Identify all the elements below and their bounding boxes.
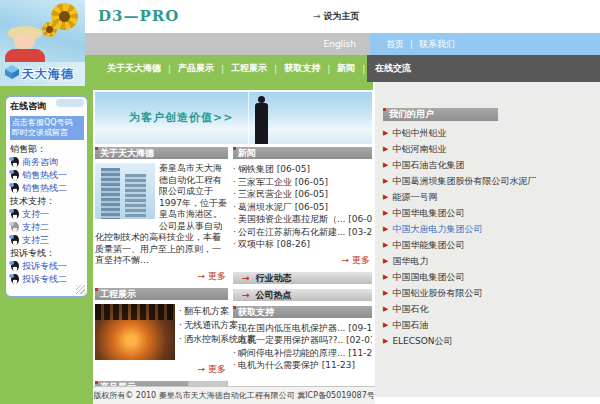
set-home-link[interactable]: →设为主页 — [313, 10, 360, 23]
qq-contact-label: 支持一 — [22, 208, 49, 221]
consult-notice-line1: 点击客服QQ号码 — [12, 118, 82, 128]
news-item-date: [06-05] — [295, 189, 328, 199]
qq-contact[interactable]: 商务咨询 — [10, 156, 84, 169]
news-more-link[interactable]: →更多 — [233, 254, 370, 267]
section-header-support: 获取支持 — [233, 306, 372, 318]
qq-penguin-icon — [10, 170, 20, 181]
bullet-icon: · — [233, 323, 236, 333]
nav-item-projects[interactable]: 工程展示 — [231, 62, 267, 75]
user-list-label: 中国国电集团公司 — [392, 272, 464, 283]
user-list-item[interactable]: ▶中国石化 — [383, 304, 588, 315]
consult-group-label: 投诉专线： — [10, 247, 84, 260]
bullet-icon: · — [233, 360, 236, 370]
news-item[interactable]: ·美国独资企业惠拉尼斯（... [06-05] — [233, 213, 372, 226]
separator: | — [274, 64, 277, 74]
nav-item-news[interactable]: 新闻 — [337, 62, 355, 75]
user-list-label: 国华电力 — [392, 256, 428, 267]
nav-dark-segment: 在线交流 — [367, 55, 600, 82]
user-list-item[interactable]: ▶中铝河南铝业 — [383, 144, 588, 155]
bar-label: 行业动态 — [256, 272, 292, 284]
qq-contact[interactable]: 支持一 — [10, 208, 84, 221]
triangle-bullet-icon: ▶ — [383, 160, 388, 171]
company-logo[interactable]: 天大海德 — [0, 62, 85, 86]
triangle-bullet-icon: ▶ — [383, 192, 388, 203]
section-header-news: 新闻 — [233, 147, 372, 159]
bullet-icon: · — [233, 164, 236, 174]
home-link[interactable]: 首页 — [386, 38, 404, 51]
news-item[interactable]: ·双项中标 [08-26] — [233, 238, 372, 251]
consult-notice-line2: 即时交谈或留言 — [12, 128, 82, 138]
child-face-shape — [14, 33, 35, 50]
news-item-title: 葛洲坝水泥厂 — [238, 202, 292, 212]
user-list-item-active[interactable]: ▶中国大唐电力集团公司 — [383, 224, 588, 235]
industry-news-button[interactable]: →行业动态 — [233, 272, 372, 284]
user-list-label: ELECSON公司 — [392, 336, 452, 347]
news-item[interactable]: ·三家军工企业 [06-05] — [233, 176, 372, 189]
user-list-item[interactable]: ▶能源一号网 — [383, 192, 588, 203]
user-list-item[interactable]: ▶中国石油 — [383, 320, 588, 331]
news-item-title: 三家民营企业 — [238, 189, 292, 199]
nav-item-about[interactable]: 关于天大海德 — [107, 62, 161, 75]
qq-penguin-icon — [10, 157, 20, 168]
about-more-link[interactable]: →更多 — [95, 270, 226, 283]
user-list-item[interactable]: ▶中国国电集团公司 — [383, 272, 588, 283]
qq-penguin-icon — [10, 274, 20, 285]
support-item-date: [11-23] — [348, 348, 372, 358]
user-list-item[interactable]: ▶中国葛洲坝集团股份有限公司水泥厂 — [383, 176, 588, 187]
project-more-link[interactable]: →更多 — [95, 363, 226, 376]
about-buildings-image — [95, 163, 155, 219]
bullet-icon: · — [233, 214, 236, 224]
english-link[interactable]: English — [324, 39, 357, 49]
user-list-item[interactable]: ▶中国华电集团公司 — [383, 208, 588, 219]
user-list-item[interactable]: ▶中国石油吉化集团 — [383, 160, 588, 171]
user-list-item[interactable]: ▶中国华能集团公司 — [383, 240, 588, 251]
support-item[interactable]: ·电机一定要用保护器吗??.. [02-01] — [233, 334, 372, 347]
nav-item-online-chat[interactable]: 在线交流 — [375, 62, 411, 75]
user-list-item[interactable]: ▶中国铝业股份有限公司 — [383, 288, 588, 299]
qq-penguin-icon — [10, 209, 20, 220]
nav-item-products[interactable]: 产品展示 — [178, 62, 214, 75]
news-item-date: [08-26] — [277, 239, 310, 249]
more-label: 更多 — [352, 255, 370, 265]
user-list-item[interactable]: ▶ELECSON公司 — [383, 336, 588, 347]
hero-banner: 为客户创造价值>> — [95, 92, 372, 144]
qq-contact[interactable]: 销售热线二 — [10, 182, 84, 195]
support-item[interactable]: ·现在国内低压电机保护器... [09-12] — [233, 322, 372, 335]
triangle-bullet-icon: ▶ — [383, 208, 388, 219]
user-list-item[interactable]: ▶中铝中州铝业 — [383, 128, 588, 139]
qq-penguin-offline-icon — [10, 222, 20, 233]
news-item[interactable]: ·钢铁集团 [06-05] — [233, 163, 372, 176]
qq-contact[interactable]: 支持三 — [10, 234, 84, 247]
triangle-bullet-icon: ▶ — [383, 272, 388, 283]
arrow-icon: → — [197, 271, 205, 281]
about-block: 秦皇岛市天大海德自动化工程有限公司成立于1997年，位于秦皇岛市海港区。 公司是… — [95, 163, 228, 267]
bullet-icon: · — [233, 227, 236, 237]
separator: | — [168, 64, 171, 74]
support-item-date: [02-01] — [346, 335, 372, 345]
support-item-date: [09-12] — [348, 323, 372, 333]
support-item-title: 现在国内低压电机保护器... — [238, 323, 346, 333]
user-list-label: 中铝中州铝业 — [392, 128, 446, 139]
news-item[interactable]: ·公司在江苏新海石化新建... [03-23] — [233, 226, 372, 239]
support-item[interactable]: ·电机为什么需要保护 [11-23] — [233, 359, 372, 372]
nav-item-support[interactable]: 获取支持 — [284, 62, 320, 75]
news-item[interactable]: ·葛洲坝水泥厂 [06-05] — [233, 201, 372, 214]
news-item[interactable]: ·三家民营企业 [06-05] — [233, 188, 372, 201]
triangle-bullet-icon: ▶ — [383, 144, 388, 155]
qq-contact[interactable]: 投诉专线一 — [10, 260, 84, 273]
quicklinks-bar: 首页 | 联系我们 — [370, 33, 600, 55]
consult-group-label: 销售部： — [10, 143, 84, 156]
qq-contact[interactable]: 投诉专线二 — [10, 273, 84, 286]
support-item-title: 瞬间停电补偿功能的原理... — [238, 348, 346, 358]
bullet-icon: · — [179, 306, 182, 316]
company-hotspot-button[interactable]: →公司热点 — [233, 289, 372, 301]
qq-contact[interactable]: 支持二 — [10, 221, 84, 234]
qq-contact[interactable]: 销售热线一 — [10, 169, 84, 182]
contact-link[interactable]: 联系我们 — [419, 38, 455, 51]
user-list-label: 中国石油 — [392, 320, 428, 331]
qq-contact-label: 投诉专线一 — [22, 260, 67, 273]
news-item-date: [06-05] — [277, 164, 310, 174]
support-item[interactable]: ·瞬间停电补偿功能的原理... [11-23] — [233, 347, 372, 360]
user-list-item[interactable]: ▶国华电力 — [383, 256, 588, 267]
main-nav: 关于天大海德 | 产品展示 | 工程展示 | 获取支持 | 新闻 | 招贤纳士 … — [85, 55, 367, 82]
